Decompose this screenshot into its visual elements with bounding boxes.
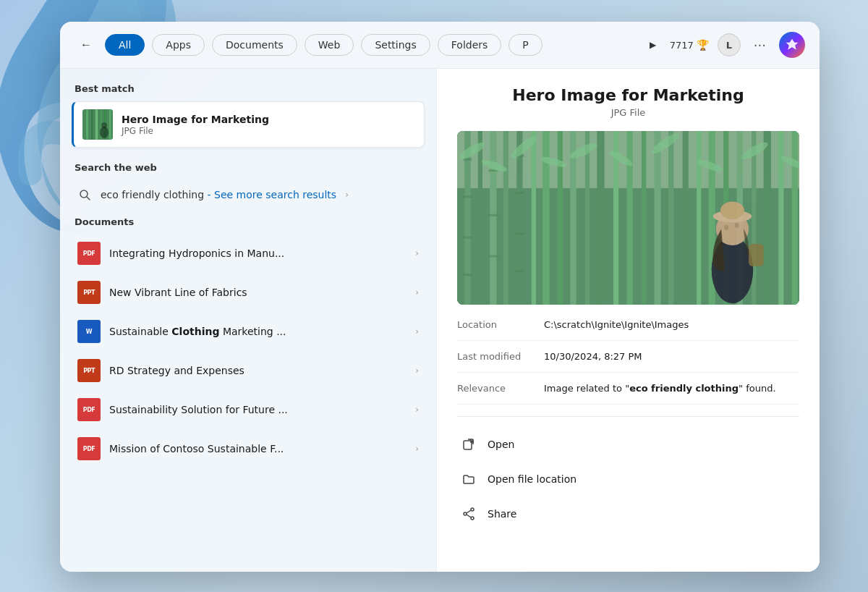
top-bar-right: ▶ 7717 🏆 L ···	[645, 32, 805, 58]
best-match-info: Hero Image for Marketing JPG File	[122, 114, 415, 136]
doc-name-2: Sustainable Clothing Marketing ...	[109, 326, 407, 337]
modified-row: Last modified 10/30/2024, 8:27 PM	[457, 351, 799, 373]
more-button[interactable]: ···	[749, 36, 770, 54]
top-bar: ← All Apps Documents Web Settings Folder…	[60, 22, 820, 69]
pdf-icon-4: PDF	[77, 398, 101, 421]
svg-point-71	[464, 512, 467, 515]
relevance-row: Relevance Image related to "eco friendly…	[457, 383, 799, 405]
doc-item-3[interactable]: PPT RD Strategy and Expenses ›	[72, 352, 425, 389]
search-query: eco friendly clothing	[101, 189, 204, 200]
filter-p[interactable]: P	[509, 34, 542, 56]
hero-image-svg	[457, 131, 799, 305]
svg-point-7	[100, 127, 109, 138]
doc-name-0: Integrating Hydroponics in Manu...	[109, 248, 407, 259]
filter-all[interactable]: All	[105, 34, 145, 56]
file-thumbnail	[82, 109, 113, 140]
pdf-icon-0: PDF	[77, 242, 101, 265]
search-window: ← All Apps Documents Web Settings Folder…	[60, 22, 820, 572]
svg-rect-1	[86, 109, 88, 140]
share-icon	[460, 505, 477, 523]
chevron-right-icon: ›	[415, 287, 419, 297]
relevance-value: Image related to "eco friendly clothing"…	[544, 383, 799, 394]
see-more-link: - See more search results	[208, 189, 337, 200]
open-icon	[460, 436, 477, 453]
chevron-right-icon: ›	[345, 190, 349, 200]
search-web-item[interactable]: eco friendly clothing - See more search …	[72, 180, 425, 209]
folder-icon	[460, 470, 477, 488]
docx-icon-2: W	[77, 320, 101, 343]
best-match-name: Hero Image for Marketing	[122, 114, 415, 125]
svg-line-73	[467, 515, 471, 517]
search-web-label: Search the web	[72, 162, 425, 173]
share-action[interactable]: Share	[457, 498, 799, 530]
best-match-type: JPG File	[122, 126, 415, 136]
svg-rect-2	[91, 109, 93, 140]
modified-value: 10/30/2024, 8:27 PM	[544, 351, 799, 362]
right-panel: Hero Image for Marketing JPG File	[436, 69, 820, 572]
search-icon	[77, 187, 92, 202]
relevance-label: Relevance	[457, 383, 544, 394]
share-label: Share	[488, 508, 516, 520]
copilot-icon	[785, 38, 799, 52]
filter-documents[interactable]: Documents	[212, 34, 297, 56]
location-row: Location C:\scratch\Ignite\Ignite\Images	[457, 319, 799, 341]
detail-subtitle: JPG File	[457, 107, 799, 118]
copilot-button[interactable]	[779, 32, 805, 58]
filter-settings[interactable]: Settings	[361, 34, 430, 56]
modified-label: Last modified	[457, 351, 544, 362]
search-web-text: eco friendly clothing - See more search …	[101, 189, 336, 200]
svg-point-70	[471, 517, 474, 520]
svg-rect-3	[95, 109, 98, 140]
chevron-right-icon: ›	[415, 248, 419, 258]
user-avatar[interactable]: L	[718, 33, 741, 56]
pptx-icon-1: PPT	[77, 281, 101, 304]
filter-folders[interactable]: Folders	[438, 34, 502, 56]
open-label: Open	[488, 439, 514, 450]
play-button[interactable]: ▶	[645, 37, 661, 53]
main-content: Best match	[60, 69, 820, 572]
documents-label: Documents	[72, 216, 425, 227]
open-location-label: Open file location	[488, 473, 576, 485]
chevron-right-icon: ›	[415, 326, 419, 337]
divider	[457, 416, 799, 417]
doc-item-1[interactable]: PPT New Vibrant Line of Fabrics ›	[72, 274, 425, 311]
back-button[interactable]: ←	[75, 33, 98, 56]
svg-line-72	[467, 510, 471, 513]
svg-rect-6	[109, 109, 111, 140]
doc-item-5[interactable]: PDF Mission of Contoso Sustainable F... …	[72, 430, 425, 468]
doc-name-3: RD Strategy and Expenses	[109, 365, 407, 376]
svg-point-8	[101, 122, 107, 128]
best-match-item[interactable]: Hero Image for Marketing JPG File	[72, 101, 425, 148]
doc-item-0[interactable]: PDF Integrating Hydroponics in Manu... ›	[72, 234, 425, 272]
svg-rect-67	[457, 131, 799, 305]
chevron-right-icon: ›	[415, 405, 419, 415]
open-location-action[interactable]: Open file location	[457, 463, 799, 495]
pptx-icon-3: PPT	[77, 359, 101, 382]
chevron-right-icon: ›	[415, 365, 419, 376]
svg-point-69	[471, 508, 474, 511]
filter-web[interactable]: Web	[305, 34, 354, 56]
detail-image	[457, 131, 799, 305]
location-value: C:\scratch\Ignite\Ignite\Images	[544, 319, 799, 330]
chevron-right-icon: ›	[415, 444, 419, 454]
pdf-icon-5: PDF	[77, 437, 101, 460]
open-action[interactable]: Open	[457, 428, 799, 460]
location-label: Location	[457, 319, 544, 330]
trophy-icon: 🏆	[697, 39, 709, 51]
doc-name-5: Mission of Contoso Sustainable F...	[109, 443, 407, 454]
doc-name-4: Sustainability Solution for Future ...	[109, 404, 407, 415]
score-badge: 7717 🏆	[670, 39, 709, 51]
doc-item-2[interactable]: W Sustainable Clothing Marketing ... ›	[72, 313, 425, 350]
filter-apps[interactable]: Apps	[152, 34, 205, 56]
doc-item-4[interactable]: PDF Sustainability Solution for Future .…	[72, 391, 425, 428]
svg-line-10	[87, 197, 90, 200]
best-match-label: Best match	[72, 83, 425, 94]
detail-title: Hero Image for Marketing	[457, 86, 799, 104]
left-panel: Best match	[60, 69, 436, 572]
doc-name-1: New Vibrant Line of Fabrics	[109, 287, 407, 298]
